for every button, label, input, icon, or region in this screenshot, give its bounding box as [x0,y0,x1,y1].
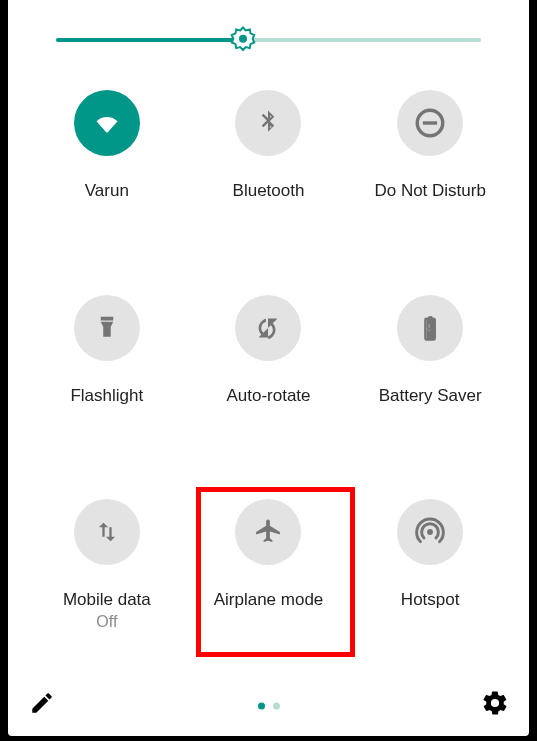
brightness-slider-row [8,0,529,62]
airplane-icon [235,499,301,565]
battery-icon [397,295,463,361]
tile-dnd[interactable]: Do Not Disturb [349,72,511,267]
tile-mobile-data[interactable]: Mobile data Off [26,481,188,676]
tile-label: Bluetooth [233,180,305,202]
tile-label: Varun [85,180,129,202]
autorotate-icon [235,295,301,361]
brightness-thumb-icon[interactable] [228,25,258,55]
tile-label: Battery Saver [379,385,482,407]
tile-flashlight[interactable]: Flashlight [26,277,188,472]
edit-button[interactable] [26,687,58,719]
tile-sublabel: Off [96,613,117,631]
page-indicator[interactable] [258,703,280,710]
page-dot-0 [258,703,265,710]
tile-hotspot[interactable]: Hotspot [349,481,511,676]
tile-label: Airplane mode [214,589,324,611]
tile-label: Hotspot [401,589,460,611]
tiles-grid: Varun Bluetooth Do Not Disturb Flashligh… [8,62,529,676]
quick-settings-panel: Varun Bluetooth Do Not Disturb Flashligh… [8,0,529,736]
mobiledata-icon [74,499,140,565]
dnd-icon [397,90,463,156]
tile-autorotate[interactable]: Auto-rotate [188,277,350,472]
bluetooth-icon [235,90,301,156]
footer [8,676,529,736]
brightness-fill [56,38,243,42]
svg-point-0 [239,35,247,43]
tile-label: Auto-rotate [226,385,310,407]
wifi-icon [74,90,140,156]
hotspot-icon [397,499,463,565]
brightness-slider[interactable] [56,38,481,42]
svg-rect-4 [428,316,432,319]
flashlight-icon [74,295,140,361]
settings-button[interactable] [479,687,511,719]
tile-label: Flashlight [70,385,143,407]
tile-airplane-mode[interactable]: Airplane mode [188,481,350,676]
svg-point-5 [427,529,433,535]
tile-bluetooth[interactable]: Bluetooth [188,72,350,267]
page-dot-1 [273,703,280,710]
tile-battery-saver[interactable]: Battery Saver [349,277,511,472]
tile-label: Mobile data [63,589,151,611]
tile-wifi[interactable]: Varun [26,72,188,267]
tile-label: Do Not Disturb [374,180,485,202]
